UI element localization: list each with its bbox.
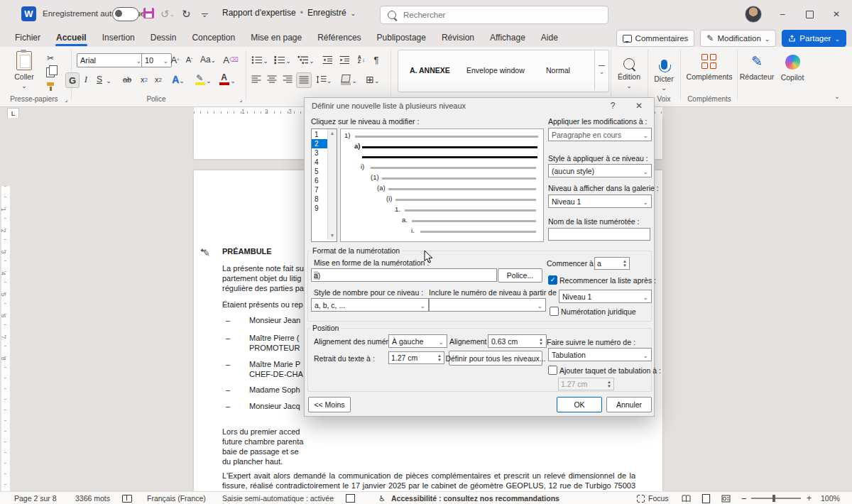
numbering-button[interactable] xyxy=(273,53,293,67)
subscript-button[interactable]: x2 xyxy=(138,72,151,87)
font-button[interactable]: Police... xyxy=(498,268,542,283)
paste-button[interactable]: Coller xyxy=(9,51,40,89)
tab-revision[interactable]: Révision xyxy=(434,28,482,47)
level-5[interactable]: 5 xyxy=(312,167,329,176)
level-2-selected[interactable]: 2 xyxy=(312,139,329,148)
tab-dessin[interactable]: Dessin xyxy=(143,28,185,47)
language-indicator[interactable]: Français (France) xyxy=(147,492,206,504)
font-dialog-launcher[interactable] xyxy=(236,95,245,104)
editor-button[interactable]: ✎ Rédacteur xyxy=(740,51,774,81)
bold-button[interactable]: G xyxy=(65,72,80,88)
italic-button[interactable]: I xyxy=(81,72,91,87)
text-indent-spinner[interactable]: 1.27 cm▲▼ xyxy=(388,351,444,364)
style-normal[interactable]: Normal xyxy=(546,50,587,90)
list-name-input[interactable] xyxy=(548,228,650,241)
text-effects-button[interactable]: A xyxy=(169,72,187,87)
set-for-all-levels-button[interactable]: Définir pour tous les niveaux... xyxy=(449,351,542,366)
zoom-in-button[interactable]: + xyxy=(807,492,812,504)
superscript-button[interactable]: x2 xyxy=(152,72,165,87)
tab-publipostage[interactable]: Publipostage xyxy=(369,28,434,47)
align-center-button[interactable] xyxy=(266,72,278,87)
word-app-icon[interactable]: W xyxy=(21,6,36,21)
style-annexe[interactable]: A. ANNEXE xyxy=(410,50,461,90)
search-bar[interactable] xyxy=(380,6,608,24)
level-7[interactable]: 7 xyxy=(312,185,329,195)
accessibility-status[interactable]: Accessibilité : consultez nos recommanda… xyxy=(391,492,559,504)
scroll-up-icon[interactable]: ▲ xyxy=(328,129,337,138)
tab-accueil[interactable]: Accueil xyxy=(48,28,94,47)
recommendations-icon[interactable] xyxy=(346,492,355,504)
read-mode-button[interactable] xyxy=(682,492,691,504)
tab-mise-en-page[interactable]: Mise en page xyxy=(243,28,310,47)
print-layout-button[interactable] xyxy=(701,492,711,504)
clear-formatting-button[interactable]: A⌫ xyxy=(223,53,239,67)
avatar[interactable] xyxy=(745,6,762,23)
tab-insertion[interactable]: Insertion xyxy=(94,28,143,47)
editing-group-button[interactable]: Édition xyxy=(613,51,645,89)
tab-references[interactable]: Références xyxy=(310,28,368,47)
level-3[interactable]: 3 xyxy=(312,148,329,158)
maximize-button[interactable] xyxy=(797,0,821,28)
strikethrough-button[interactable]: ab xyxy=(119,72,135,87)
accessibility-icon[interactable]: ♿ xyxy=(378,492,386,504)
grow-font-button[interactable]: A^ xyxy=(169,53,181,67)
minimize-button[interactable]: – xyxy=(770,0,794,28)
line-spacing-button[interactable] xyxy=(315,72,333,87)
clipboard-dialog-launcher[interactable] xyxy=(61,95,70,104)
align-left-button[interactable] xyxy=(250,72,263,87)
shrink-font-button[interactable]: Aˇ xyxy=(183,53,195,67)
change-case-button[interactable]: Aa xyxy=(199,53,217,67)
autosave-toggle[interactable] xyxy=(112,7,139,21)
font-size-select[interactable]: 10 xyxy=(141,53,172,67)
document-title-group[interactable]: Rapport d'expertise • Enregistré xyxy=(222,8,356,18)
add-tab-stop-checkbox[interactable] xyxy=(548,366,557,375)
dialog-close-button[interactable]: ✕ xyxy=(633,101,645,111)
link-style-select[interactable]: (aucun style) xyxy=(548,164,652,177)
styles-gallery-more[interactable] xyxy=(594,50,608,90)
word-count[interactable]: 3366 mots xyxy=(75,492,110,504)
underline-button[interactable]: S xyxy=(94,72,105,87)
include-level-select[interactable] xyxy=(429,298,546,312)
restart-after-select[interactable]: Niveau 1 xyxy=(559,290,652,303)
font-name-select[interactable]: Arial xyxy=(77,53,145,67)
level-1[interactable]: 1 xyxy=(312,130,329,139)
tab-aide[interactable]: Aide xyxy=(533,28,566,47)
addins-button[interactable]: Compléments xyxy=(684,51,734,81)
font-color-button[interactable]: A xyxy=(217,72,237,87)
ok-button[interactable]: OK xyxy=(557,397,602,412)
close-button[interactable]: ✕ xyxy=(824,0,848,28)
sort-button[interactable]: AZ↓ xyxy=(355,53,368,67)
multilevel-list-button[interactable] xyxy=(295,53,317,67)
tab-fichier[interactable]: Fichier xyxy=(7,28,48,47)
level-9[interactable]: 9 xyxy=(312,204,329,213)
format-painter-button[interactable] xyxy=(44,81,57,92)
borders-button[interactable]: ⊞ xyxy=(363,72,383,87)
collapse-ribbon-button[interactable]: ⌄ xyxy=(831,92,843,102)
style-envelope-window[interactable]: Envelope window xyxy=(466,50,530,90)
level-6[interactable]: 6 xyxy=(312,176,329,185)
dictate-button[interactable]: Dicter xyxy=(650,51,677,92)
zoom-slider-thumb[interactable] xyxy=(772,495,775,502)
cancel-button[interactable]: Annuler xyxy=(606,397,652,412)
copy-button[interactable] xyxy=(44,67,57,78)
editing-mode-button[interactable]: ✎ Modification xyxy=(700,30,776,47)
decrease-indent-button[interactable] xyxy=(321,53,334,67)
number-style-select[interactable]: a, b, c, ... xyxy=(311,298,429,312)
zoom-slider[interactable] xyxy=(751,492,801,504)
start-at-spinner[interactable]: a▲▼ xyxy=(594,257,630,270)
focus-mode-button[interactable]: Focus xyxy=(637,492,669,504)
shading-button[interactable] xyxy=(339,72,359,87)
bullets-button[interactable] xyxy=(250,53,270,67)
number-alignment-select[interactable]: À gauche xyxy=(388,334,447,348)
align-right-button[interactable] xyxy=(281,72,294,87)
increase-indent-button[interactable] xyxy=(338,53,351,67)
restart-list-checkbox[interactable]: ✓ xyxy=(548,275,557,285)
level-4[interactable]: 4 xyxy=(312,158,329,167)
gallery-level-select[interactable]: Niveau 1 xyxy=(548,195,652,208)
level-8[interactable]: 8 xyxy=(312,195,329,204)
tab-stop-selector[interactable]: L xyxy=(7,108,19,119)
search-input[interactable] xyxy=(402,10,575,20)
less-button[interactable]: << Moins xyxy=(308,397,351,412)
save-icon[interactable] xyxy=(143,8,154,18)
follow-number-select[interactable]: Tabulation xyxy=(548,348,652,361)
